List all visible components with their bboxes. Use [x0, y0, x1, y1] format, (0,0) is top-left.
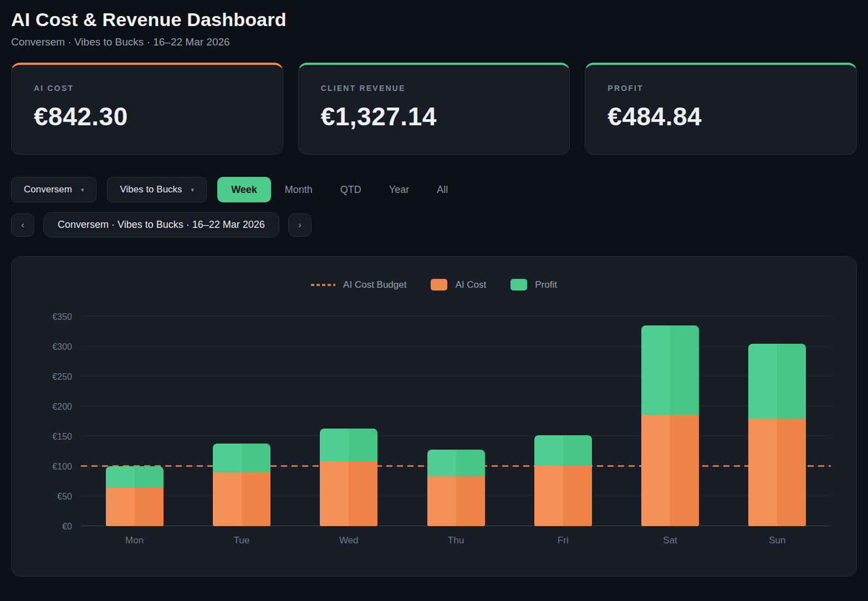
orange-swatch-icon	[431, 279, 447, 291]
y-tick-label: €150	[52, 432, 72, 442]
chart-panel: AI Cost Budget AI Cost Profit €0€50€100€…	[11, 256, 857, 577]
prev-period-button[interactable]: ‹	[11, 213, 34, 237]
tab-year[interactable]: Year	[375, 177, 423, 202]
bar-segment-ai-cost[interactable]	[534, 466, 592, 526]
kpi-card-profit: PROFIT €484.84	[585, 63, 857, 155]
kpi-card-ai-cost: AI COST €842.30	[11, 63, 283, 155]
tab-qtd[interactable]: QTD	[326, 177, 375, 202]
legend-label: AI Cost Budget	[343, 279, 406, 291]
next-period-button[interactable]: ›	[288, 213, 312, 237]
bar-segment-ai-cost[interactable]	[320, 461, 377, 526]
kpi-row: AI COST €842.30 CLIENT REVENUE €1,327.14…	[11, 63, 857, 155]
y-tick-label: €250	[52, 372, 72, 382]
header: AI Cost & Revenue Dashboard Conversem · …	[0, 0, 868, 48]
legend-label: AI Cost	[455, 279, 486, 291]
kpi-label: AI COST	[34, 84, 261, 93]
chevron-down-icon: ▾	[191, 186, 195, 193]
legend-item-budget: AI Cost Budget	[311, 279, 406, 291]
tab-all[interactable]: All	[423, 177, 462, 202]
kpi-card-client-revenue: CLIENT REVENUE €1,327.14	[298, 63, 570, 155]
x-axis-label: Fri	[558, 535, 569, 546]
bar-segment-profit[interactable]	[427, 450, 485, 477]
kpi-value: €842.30	[34, 101, 261, 131]
project-dropdown-value: Vibes to Bucks	[120, 184, 182, 195]
kpi-value: €484.84	[607, 101, 834, 131]
legend-item-profit: Profit	[510, 279, 557, 291]
y-tick-label: €0	[62, 522, 72, 532]
bar-segment-ai-cost[interactable]	[213, 472, 270, 526]
chevron-right-icon: ›	[298, 220, 301, 230]
tab-month[interactable]: Month	[271, 177, 326, 202]
bar-segment-ai-cost[interactable]	[748, 419, 806, 526]
bar-sun[interactable]	[748, 317, 806, 526]
x-axis-label: Wed	[339, 535, 359, 546]
page-subtitle: Conversem · Vibes to Bucks · 16–22 Mar 2…	[11, 36, 857, 48]
bar-segment-profit[interactable]	[534, 435, 592, 466]
bar-mon[interactable]	[106, 317, 164, 526]
x-axis-label: Tue	[234, 535, 250, 546]
legend-item-ai-cost: AI Cost	[431, 279, 486, 291]
bar-wed[interactable]	[320, 317, 377, 526]
dashed-line-icon	[311, 284, 335, 286]
period-nav: ‹ Conversem · Vibes to Bucks · 16–22 Mar…	[11, 212, 857, 237]
green-swatch-icon	[510, 279, 527, 291]
bar-segment-ai-cost[interactable]	[641, 415, 699, 526]
project-dropdown[interactable]: Vibes to Bucks ▾	[107, 177, 207, 202]
y-tick-label: €100	[52, 462, 72, 472]
client-dropdown[interactable]: Conversem ▾	[11, 177, 96, 202]
kpi-label: PROFIT	[607, 84, 834, 93]
range-tabs: Week Month QTD Year All	[217, 177, 462, 202]
chevron-left-icon: ‹	[21, 220, 24, 230]
period-label: Conversem · Vibes to Bucks · 16–22 Mar 2…	[43, 212, 279, 237]
client-dropdown-value: Conversem	[24, 184, 72, 195]
page-title: AI Cost & Revenue Dashboard	[11, 9, 857, 30]
chevron-down-icon: ▾	[81, 186, 84, 193]
legend-label: Profit	[535, 279, 557, 291]
bar-segment-profit[interactable]	[748, 344, 806, 419]
tab-week[interactable]: Week	[217, 177, 271, 202]
bar-sat[interactable]	[641, 317, 699, 526]
x-axis-label: Sat	[663, 535, 677, 546]
bar-segment-profit[interactable]	[106, 466, 164, 488]
plot-area: €0€50€100€150€200€250€300€350MonTueWedTh…	[81, 317, 831, 526]
y-tick-label: €350	[52, 312, 72, 322]
bar-segment-ai-cost[interactable]	[106, 488, 164, 526]
chart-legend: AI Cost Budget AI Cost Profit	[36, 279, 832, 291]
bar-tue[interactable]	[213, 317, 270, 526]
y-tick-label: €200	[52, 402, 72, 412]
x-axis-label: Mon	[125, 535, 144, 546]
bar-segment-profit[interactable]	[320, 429, 377, 461]
bar-thu[interactable]	[427, 317, 485, 526]
x-axis-label: Thu	[448, 535, 464, 546]
bar-fri[interactable]	[534, 317, 592, 526]
x-axis-label: Sun	[769, 535, 785, 546]
bar-segment-profit[interactable]	[641, 325, 699, 415]
y-tick-label: €300	[52, 342, 72, 352]
filter-row: Conversem ▾ Vibes to Bucks ▾ Week Month …	[11, 177, 857, 202]
kpi-value: €1,327.14	[321, 101, 548, 131]
kpi-label: CLIENT REVENUE	[321, 84, 548, 93]
y-tick-label: €50	[57, 492, 72, 502]
bar-segment-profit[interactable]	[213, 444, 270, 472]
bar-segment-ai-cost[interactable]	[427, 476, 485, 526]
